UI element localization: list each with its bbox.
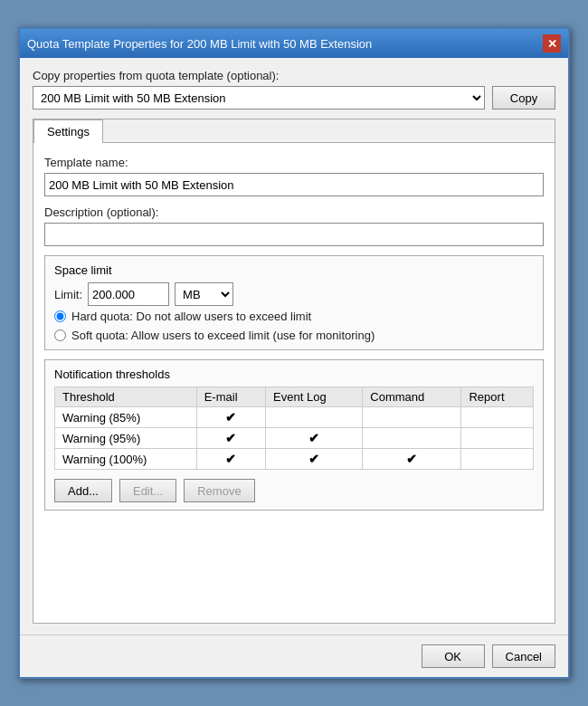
description-group: Description (optional): — [44, 205, 544, 246]
space-limit-title: Space limit — [54, 263, 534, 277]
eventlog-cell: ✔ — [266, 449, 363, 470]
edit-button[interactable]: Edit... — [119, 479, 176, 502]
col-email: E-mail — [196, 387, 265, 407]
table-row: Warning (85%) ✔ — [55, 407, 534, 428]
notification-box: Notification thresholds Threshold E-mail… — [44, 359, 544, 510]
copy-label: Copy properties from quota template (opt… — [33, 69, 485, 82]
command-cell: ✔ — [363, 449, 461, 470]
col-threshold: Threshold — [55, 387, 197, 407]
threshold-cell: Warning (85%) — [55, 407, 197, 428]
email-cell: ✔ — [196, 449, 265, 470]
hard-quota-text: Hard quota: Do not allow users to exceed… — [71, 310, 311, 323]
dialog-title: Quota Template Properties for 200 MB Lim… — [27, 37, 372, 51]
settings-tab[interactable]: Settings — [33, 119, 103, 143]
table-row: Warning (95%) ✔ ✔ — [55, 428, 534, 449]
cancel-button[interactable]: Cancel — [492, 644, 555, 668]
copy-button[interactable]: Copy — [492, 86, 555, 110]
template-name-label: Template name: — [44, 156, 544, 169]
email-cell: ✔ — [196, 407, 265, 428]
hard-quota-label[interactable]: Hard quota: Do not allow users to exceed… — [54, 310, 534, 323]
email-cell: ✔ — [196, 428, 265, 449]
title-bar: Quota Template Properties for 200 MB Lim… — [20, 29, 568, 58]
limit-row: Limit: MBGBTBKB — [54, 282, 534, 306]
check-icon: ✔ — [225, 410, 236, 425]
soft-quota-text: Soft quota: Allow users to exceed limit … — [71, 329, 375, 342]
command-cell — [363, 407, 461, 428]
dialog: Quota Template Properties for 200 MB Lim… — [18, 27, 570, 679]
check-icon: ✔ — [308, 431, 319, 445]
check-icon: ✔ — [308, 452, 319, 466]
notification-title: Notification thresholds — [54, 367, 534, 381]
report-cell — [461, 449, 534, 470]
notification-actions: Add... Edit... Remove — [54, 479, 534, 502]
description-input[interactable] — [44, 223, 544, 246]
threshold-cell: Warning (95%) — [55, 428, 197, 449]
col-command: Command — [363, 387, 461, 407]
col-eventlog: Event Log — [266, 387, 363, 407]
limit-unit-select[interactable]: MBGBTBKB — [175, 282, 233, 306]
tab-header: Settings — [33, 119, 555, 143]
ok-button[interactable]: OK — [422, 644, 485, 668]
copy-dropdown-container: Copy properties from quota template (opt… — [33, 69, 485, 110]
description-label: Description (optional): — [44, 205, 544, 219]
quota-type-group: Hard quota: Do not allow users to exceed… — [54, 306, 534, 342]
col-report: Report — [461, 387, 534, 407]
tab-container: Settings Template name: Description (opt… — [33, 119, 555, 624]
command-cell — [363, 428, 461, 449]
copy-template-select[interactable]: 200 MB Limit with 50 MB Extension100 MB … — [33, 86, 485, 110]
limit-label: Limit: — [54, 288, 82, 301]
dialog-content: Copy properties from quota template (opt… — [20, 58, 568, 634]
soft-quota-radio[interactable] — [54, 329, 66, 341]
table-row: Warning (100%) ✔ ✔ ✔ — [55, 449, 534, 470]
report-cell — [461, 407, 534, 428]
add-button[interactable]: Add... — [54, 479, 112, 502]
eventlog-cell: ✔ — [266, 428, 363, 449]
template-name-input[interactable] — [44, 173, 544, 196]
space-limit-box: Space limit Limit: MBGBTBKB Hard quota: … — [44, 255, 544, 350]
eventlog-cell — [266, 407, 363, 428]
dialog-footer: OK Cancel — [20, 634, 568, 677]
check-icon: ✔ — [225, 452, 236, 466]
limit-value-input[interactable] — [88, 282, 169, 306]
remove-button[interactable]: Remove — [184, 479, 254, 502]
close-button[interactable]: ✕ — [543, 34, 561, 52]
report-cell — [461, 428, 534, 449]
notification-table: Threshold E-mail Event Log Command Repor… — [54, 386, 534, 470]
hard-quota-radio[interactable] — [54, 310, 66, 322]
check-icon: ✔ — [406, 452, 417, 466]
check-icon: ✔ — [225, 431, 236, 445]
soft-quota-label[interactable]: Soft quota: Allow users to exceed limit … — [54, 329, 534, 342]
tab-content: Template name: Description (optional): S… — [33, 143, 555, 623]
copy-section: Copy properties from quota template (opt… — [33, 69, 555, 110]
threshold-cell: Warning (100%) — [55, 449, 197, 470]
template-name-group: Template name: — [44, 156, 544, 196]
